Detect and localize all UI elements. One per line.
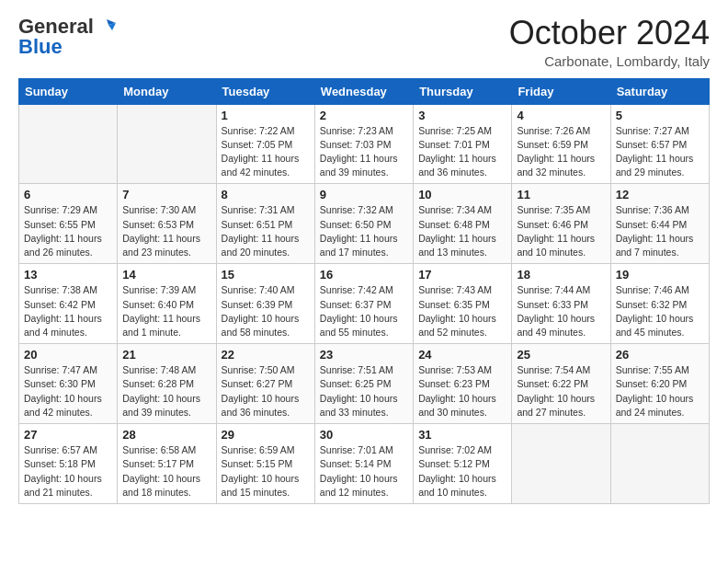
day-number: 16 xyxy=(320,268,408,282)
calendar-cell xyxy=(19,104,118,184)
day-info: Sunrise: 7:36 AM Sunset: 6:44 PM Dayligh… xyxy=(616,203,704,259)
day-info: Sunrise: 7:02 AM Sunset: 5:12 PM Dayligh… xyxy=(418,443,506,500)
day-number: 9 xyxy=(320,188,408,201)
weekday-header-sunday: Sunday xyxy=(19,78,118,104)
day-info: Sunrise: 7:40 AM Sunset: 6:39 PM Dayligh… xyxy=(222,283,310,339)
calendar-cell xyxy=(512,424,610,504)
day-info: Sunrise: 6:59 AM Sunset: 5:15 PM Dayligh… xyxy=(222,443,310,500)
day-info: Sunrise: 7:22 AM Sunset: 7:05 PM Dayligh… xyxy=(222,124,310,180)
day-info: Sunrise: 7:44 AM Sunset: 6:33 PM Dayligh… xyxy=(517,283,605,339)
day-number: 10 xyxy=(418,188,506,201)
calendar-cell: 16Sunrise: 7:42 AM Sunset: 6:37 PM Dayli… xyxy=(314,264,413,344)
day-number: 18 xyxy=(517,268,605,282)
weekday-header-monday: Monday xyxy=(118,78,216,104)
calendar-cell: 12Sunrise: 7:36 AM Sunset: 6:44 PM Dayli… xyxy=(610,184,709,264)
day-info: Sunrise: 7:29 AM Sunset: 6:55 PM Dayligh… xyxy=(24,203,112,259)
calendar-cell: 14Sunrise: 7:39 AM Sunset: 6:40 PM Dayli… xyxy=(118,264,216,344)
calendar-cell: 31Sunrise: 7:02 AM Sunset: 5:12 PM Dayli… xyxy=(414,424,512,504)
day-number: 2 xyxy=(320,109,408,122)
day-number: 7 xyxy=(122,188,210,201)
day-number: 8 xyxy=(222,188,310,201)
calendar-cell: 25Sunrise: 7:54 AM Sunset: 6:22 PM Dayli… xyxy=(512,344,610,424)
calendar-cell: 2Sunrise: 7:23 AM Sunset: 7:03 PM Daylig… xyxy=(314,104,413,184)
day-number: 15 xyxy=(222,268,310,282)
calendar-cell: 11Sunrise: 7:35 AM Sunset: 6:46 PM Dayli… xyxy=(512,184,610,264)
calendar-week-2: 6Sunrise: 7:29 AM Sunset: 6:55 PM Daylig… xyxy=(19,184,710,264)
weekday-header-saturday: Saturday xyxy=(610,78,709,104)
day-info: Sunrise: 6:58 AM Sunset: 5:17 PM Dayligh… xyxy=(122,443,210,500)
page: General Blue October 2024 Carbonate, Lom… xyxy=(0,0,728,523)
calendar-cell xyxy=(118,104,216,184)
day-info: Sunrise: 7:01 AM Sunset: 5:14 PM Dayligh… xyxy=(320,443,408,500)
calendar: SundayMondayTuesdayWednesdayThursdayFrid… xyxy=(18,78,710,504)
day-info: Sunrise: 7:32 AM Sunset: 6:50 PM Dayligh… xyxy=(320,203,408,259)
logo-text-blue: Blue xyxy=(18,35,63,59)
weekday-header-friday: Friday xyxy=(512,78,610,104)
weekday-header-wednesday: Wednesday xyxy=(314,78,413,104)
calendar-cell: 17Sunrise: 7:43 AM Sunset: 6:35 PM Dayli… xyxy=(414,264,512,344)
header: General Blue October 2024 Carbonate, Lom… xyxy=(18,15,710,69)
day-info: Sunrise: 7:53 AM Sunset: 6:23 PM Dayligh… xyxy=(418,363,506,419)
calendar-cell: 15Sunrise: 7:40 AM Sunset: 6:39 PM Dayli… xyxy=(216,264,314,344)
day-number: 4 xyxy=(517,109,605,122)
subtitle: Carbonate, Lombardy, Italy xyxy=(509,53,710,69)
calendar-cell: 19Sunrise: 7:46 AM Sunset: 6:32 PM Dayli… xyxy=(610,264,709,344)
calendar-cell: 6Sunrise: 7:29 AM Sunset: 6:55 PM Daylig… xyxy=(19,184,118,264)
day-number: 29 xyxy=(222,428,310,442)
day-info: Sunrise: 7:50 AM Sunset: 6:27 PM Dayligh… xyxy=(222,363,310,419)
calendar-cell: 13Sunrise: 7:38 AM Sunset: 6:42 PM Dayli… xyxy=(19,264,118,344)
day-number: 21 xyxy=(122,348,210,362)
weekday-header-thursday: Thursday xyxy=(414,78,512,104)
day-number: 11 xyxy=(517,188,605,201)
logo: General Blue xyxy=(18,15,116,59)
day-info: Sunrise: 7:25 AM Sunset: 7:01 PM Dayligh… xyxy=(418,124,506,180)
day-info: Sunrise: 7:27 AM Sunset: 6:57 PM Dayligh… xyxy=(616,124,704,180)
calendar-week-4: 20Sunrise: 7:47 AM Sunset: 6:30 PM Dayli… xyxy=(19,344,710,424)
calendar-cell: 27Sunrise: 6:57 AM Sunset: 5:18 PM Dayli… xyxy=(19,424,118,504)
day-info: Sunrise: 7:34 AM Sunset: 6:48 PM Dayligh… xyxy=(418,203,506,259)
day-number: 27 xyxy=(24,428,112,442)
day-number: 20 xyxy=(24,348,112,362)
day-info: Sunrise: 7:51 AM Sunset: 6:25 PM Dayligh… xyxy=(320,363,408,419)
calendar-cell: 1Sunrise: 7:22 AM Sunset: 7:05 PM Daylig… xyxy=(216,104,314,184)
day-number: 31 xyxy=(418,428,506,442)
calendar-cell: 22Sunrise: 7:50 AM Sunset: 6:27 PM Dayli… xyxy=(216,344,314,424)
calendar-cell: 30Sunrise: 7:01 AM Sunset: 5:14 PM Dayli… xyxy=(314,424,413,504)
calendar-week-3: 13Sunrise: 7:38 AM Sunset: 6:42 PM Dayli… xyxy=(19,264,710,344)
day-number: 14 xyxy=(122,268,210,282)
calendar-cell: 8Sunrise: 7:31 AM Sunset: 6:51 PM Daylig… xyxy=(216,184,314,264)
day-info: Sunrise: 7:55 AM Sunset: 6:20 PM Dayligh… xyxy=(616,363,704,419)
day-number: 26 xyxy=(616,348,704,362)
day-info: Sunrise: 7:26 AM Sunset: 6:59 PM Dayligh… xyxy=(517,124,605,180)
day-number: 1 xyxy=(222,109,310,122)
calendar-cell: 5Sunrise: 7:27 AM Sunset: 6:57 PM Daylig… xyxy=(610,104,709,184)
logo-bird-icon xyxy=(96,16,116,36)
calendar-cell: 29Sunrise: 6:59 AM Sunset: 5:15 PM Dayli… xyxy=(216,424,314,504)
calendar-cell: 24Sunrise: 7:53 AM Sunset: 6:23 PM Dayli… xyxy=(414,344,512,424)
calendar-cell: 7Sunrise: 7:30 AM Sunset: 6:53 PM Daylig… xyxy=(118,184,216,264)
day-number: 28 xyxy=(122,428,210,442)
day-info: Sunrise: 7:47 AM Sunset: 6:30 PM Dayligh… xyxy=(24,363,112,419)
calendar-cell: 9Sunrise: 7:32 AM Sunset: 6:50 PM Daylig… xyxy=(314,184,413,264)
day-info: Sunrise: 7:38 AM Sunset: 6:42 PM Dayligh… xyxy=(24,283,112,339)
calendar-cell: 26Sunrise: 7:55 AM Sunset: 6:20 PM Dayli… xyxy=(610,344,709,424)
calendar-cell: 28Sunrise: 6:58 AM Sunset: 5:17 PM Dayli… xyxy=(118,424,216,504)
day-info: Sunrise: 7:42 AM Sunset: 6:37 PM Dayligh… xyxy=(320,283,408,339)
day-info: Sunrise: 7:54 AM Sunset: 6:22 PM Dayligh… xyxy=(517,363,605,419)
calendar-week-5: 27Sunrise: 6:57 AM Sunset: 5:18 PM Dayli… xyxy=(19,424,710,504)
calendar-cell: 10Sunrise: 7:34 AM Sunset: 6:48 PM Dayli… xyxy=(414,184,512,264)
title-area: October 2024 Carbonate, Lombardy, Italy xyxy=(509,15,710,69)
month-title: October 2024 xyxy=(509,15,710,52)
day-number: 5 xyxy=(616,109,704,122)
day-number: 30 xyxy=(320,428,408,442)
day-info: Sunrise: 7:30 AM Sunset: 6:53 PM Dayligh… xyxy=(122,203,210,259)
day-number: 23 xyxy=(320,348,408,362)
calendar-cell: 20Sunrise: 7:47 AM Sunset: 6:30 PM Dayli… xyxy=(19,344,118,424)
day-number: 12 xyxy=(616,188,704,201)
day-info: Sunrise: 6:57 AM Sunset: 5:18 PM Dayligh… xyxy=(24,443,112,500)
day-number: 19 xyxy=(616,268,704,282)
calendar-cell: 21Sunrise: 7:48 AM Sunset: 6:28 PM Dayli… xyxy=(118,344,216,424)
day-number: 25 xyxy=(517,348,605,362)
day-number: 24 xyxy=(418,348,506,362)
calendar-week-1: 1Sunrise: 7:22 AM Sunset: 7:05 PM Daylig… xyxy=(19,104,710,184)
